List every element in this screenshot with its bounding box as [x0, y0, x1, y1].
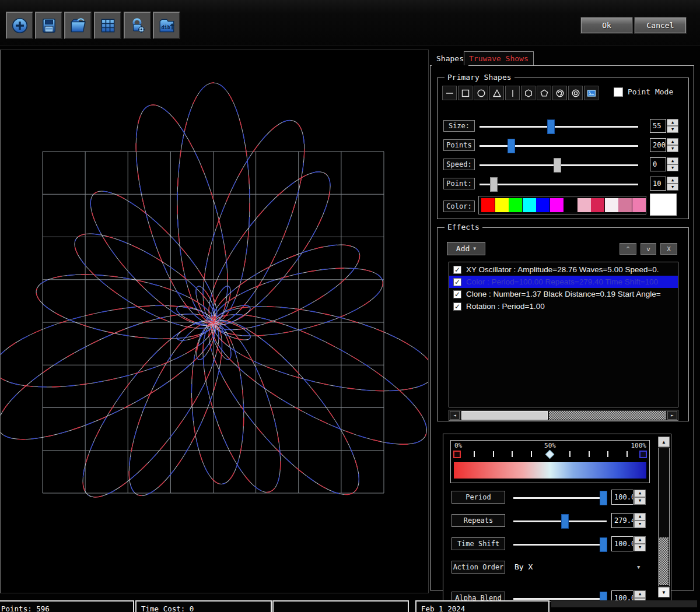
spin-up-icon[interactable]: ▲	[667, 119, 678, 126]
shape-button-pentagon[interactable]	[537, 86, 551, 100]
spin-up-icon[interactable]: ▲	[667, 138, 678, 145]
spin-up-icon[interactable]: ▲	[667, 157, 678, 164]
hscroll-thumb[interactable]	[461, 411, 548, 420]
param-speed-value[interactable]: 0	[650, 157, 666, 171]
fx-time-shift-value[interactable]: 100.0	[611, 536, 634, 551]
gradient-stop-start[interactable]	[453, 451, 461, 458]
shape-button-triangle[interactable]	[489, 86, 504, 100]
ok-button[interactable]: Ok	[581, 17, 632, 33]
shape-button-rings[interactable]	[568, 86, 583, 100]
gradient-bar[interactable]	[454, 462, 646, 479]
spin-down-icon[interactable]: ▼	[634, 497, 646, 505]
hscroll-track[interactable]	[549, 411, 666, 420]
fx-repeats-value[interactable]: 279.4	[611, 513, 634, 528]
spin-down-icon[interactable]: ▼	[634, 520, 646, 528]
open-button[interactable]	[64, 12, 92, 39]
point-mode-checkbox[interactable]	[614, 87, 623, 97]
shape-button-image[interactable]	[584, 86, 598, 100]
shape-button-hexagon[interactable]	[521, 86, 536, 100]
fx-period-value[interactable]: 100.0	[611, 490, 634, 505]
scroll-up-icon[interactable]: ▲	[658, 437, 670, 447]
spin-down-icon[interactable]: ▼	[667, 184, 678, 191]
add-effect-button[interactable]: Add ▼	[447, 242, 485, 255]
palette-swatch-1[interactable]	[495, 198, 509, 212]
spin-down-icon[interactable]: ▼	[667, 164, 678, 171]
param-points-slider[interactable]	[480, 145, 638, 147]
effects-hscrollbar[interactable]: ◄ ►	[449, 410, 678, 421]
fx-repeats-slider[interactable]	[513, 520, 607, 522]
param-size-value[interactable]: 55	[650, 119, 666, 133]
spin-down-icon[interactable]: ▼	[634, 544, 646, 551]
param-point-value[interactable]: 10	[650, 177, 666, 191]
grid-button[interactable]	[94, 12, 121, 39]
spin-down-icon[interactable]: ▼	[667, 126, 678, 133]
spin-up-icon[interactable]: ▲	[634, 490, 646, 497]
param-speed-slider-thumb[interactable]	[554, 158, 561, 173]
effect-item-2[interactable]: Clone : Number=1.37 Black Distance=0.19 …	[449, 288, 678, 300]
fx-action-order-value[interactable]: By X	[514, 562, 533, 571]
param-size-slider-thumb[interactable]	[547, 119, 555, 134]
scroll-down-icon[interactable]: ▼	[658, 587, 670, 597]
spin-down-icon[interactable]: ▼	[667, 145, 678, 152]
spin-up-icon[interactable]: ▲	[634, 513, 646, 520]
effect-item-1[interactable]: Color : Period=100.00 Repeats=279.40 Tim…	[449, 276, 678, 288]
fx-period-slider-thumb[interactable]	[600, 491, 607, 505]
palette-swatch-11[interactable]	[632, 198, 646, 212]
spin-up-icon[interactable]: ▲	[634, 590, 646, 598]
spin-up-icon[interactable]: ▲	[667, 177, 678, 184]
effect-move-up-button[interactable]: ^	[620, 243, 636, 255]
palette-swatch-8[interactable]	[591, 198, 604, 212]
fx-time-shift-slider-thumb[interactable]	[600, 537, 607, 552]
cancel-button[interactable]: Cancel	[635, 17, 686, 33]
palette-swatch-10[interactable]	[618, 198, 632, 212]
editor-vscrollbar[interactable]: ▲ ▼	[658, 437, 670, 597]
effect-item-3[interactable]: Rotation : Period=1.00	[449, 300, 678, 312]
palette-swatch-3[interactable]	[523, 198, 536, 212]
effect-delete-button[interactable]: X	[660, 243, 677, 255]
gradient-editor[interactable]: 0% 50% 100%	[450, 440, 650, 483]
palette-swatch-7[interactable]	[578, 198, 591, 212]
palette-swatch-6[interactable]	[564, 198, 577, 212]
fx-period-slider[interactable]	[513, 497, 607, 499]
effects-list[interactable]: XY Oscillator : Amplitude=28.76 Waves=5.…	[449, 262, 678, 407]
param-points-slider-thumb[interactable]	[508, 139, 515, 153]
effect-checkbox-1[interactable]	[453, 278, 461, 286]
effect-checkbox-2[interactable]	[453, 290, 461, 298]
param-speed-slider[interactable]	[480, 164, 638, 166]
new-button[interactable]	[6, 12, 33, 39]
vscroll-track[interactable]	[658, 448, 670, 586]
effect-checkbox-3[interactable]	[453, 303, 461, 311]
shape-button-circle[interactable]	[474, 86, 488, 100]
fx-alpha-blend-slider[interactable]	[513, 598, 607, 600]
effect-checkbox-0[interactable]	[453, 266, 461, 274]
security-button[interactable]	[124, 12, 151, 39]
shape-button-dash[interactable]	[442, 86, 457, 100]
gradient-stop-end[interactable]	[639, 451, 647, 458]
shape-button-spiral[interactable]	[552, 86, 567, 100]
palette-swatch-0[interactable]	[481, 198, 495, 212]
shape-button-square[interactable]	[458, 86, 473, 100]
preview-canvas[interactable]	[0, 50, 429, 593]
save-button[interactable]	[35, 12, 62, 39]
fx-time-shift-slider[interactable]	[513, 544, 607, 546]
scroll-left-icon[interactable]: ◄	[450, 411, 460, 420]
effect-item-0[interactable]: XY Oscillator : Amplitude=28.76 Waves=5.…	[449, 263, 678, 276]
current-color-swatch[interactable]	[650, 194, 677, 216]
spin-up-icon[interactable]: ▲	[634, 536, 646, 544]
tab-truwave-shows[interactable]: Truwave Shows	[464, 51, 534, 66]
param-point-slider-thumb[interactable]	[490, 177, 498, 192]
palette-swatch-9[interactable]	[605, 198, 618, 212]
tab-shapes[interactable]: Shapes	[432, 51, 468, 66]
dropdown-arrow-icon[interactable]: ▼	[637, 564, 640, 570]
param-points-value[interactable]: 200	[650, 138, 666, 152]
vscroll-thumb[interactable]	[659, 537, 668, 585]
palette-swatch-4[interactable]	[536, 198, 550, 212]
dib-export-button[interactable]: dib	[153, 12, 180, 39]
palette-swatch-2[interactable]	[509, 198, 522, 212]
palette-swatch-5[interactable]	[550, 198, 564, 212]
shape-button-vertical-line[interactable]	[505, 86, 520, 100]
effect-move-down-button[interactable]: v	[640, 243, 656, 255]
param-point-slider[interactable]	[480, 184, 638, 185]
fx-repeats-slider-thumb[interactable]	[561, 514, 569, 529]
param-size-slider[interactable]	[480, 126, 638, 128]
